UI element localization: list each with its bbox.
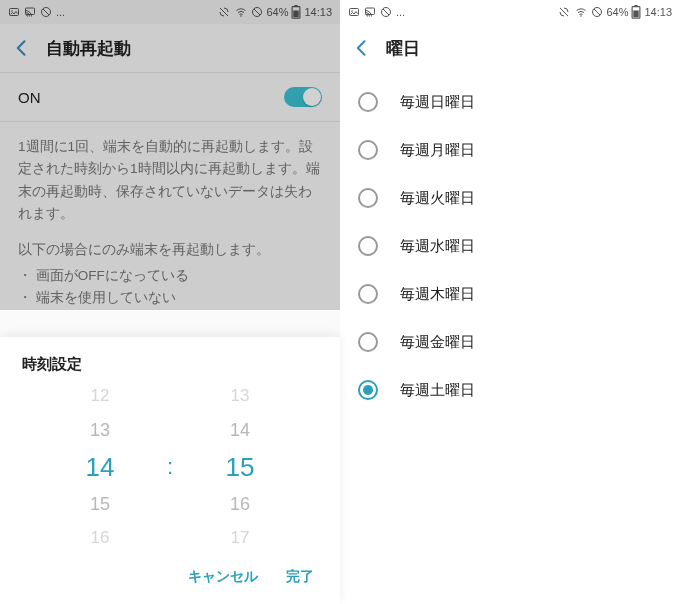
weekday-option-tuesday[interactable]: 毎週火曜日 xyxy=(340,174,680,222)
weekday-option-wednesday[interactable]: 毎週水曜日 xyxy=(340,222,680,270)
toggle-label: ON xyxy=(18,89,41,106)
description-text: 1週間に1回、端末を自動的に再起動します。設定された時刻から1時間以内に再起動し… xyxy=(0,122,340,229)
data-block-icon xyxy=(591,6,603,18)
svg-line-4 xyxy=(43,9,49,15)
weekday-label: 毎週月曜日 xyxy=(400,141,475,160)
toggle-switch[interactable] xyxy=(284,87,322,107)
sheet-actions: キャンセル 完了 xyxy=(0,552,340,604)
hour-option[interactable]: 15 xyxy=(90,487,110,521)
hour-option[interactable]: 13 xyxy=(90,413,110,447)
time-picker-sheet: 時刻設定 12 13 14 15 16 : 13 14 15 16 17 キャン… xyxy=(0,337,340,604)
time-colon: : xyxy=(160,454,180,480)
battery-text: 64% xyxy=(606,6,628,18)
minute-option[interactable]: 13 xyxy=(231,382,250,413)
svg-rect-21 xyxy=(634,10,639,17)
cancel-button[interactable]: キャンセル xyxy=(188,568,258,586)
radio-icon xyxy=(358,284,378,304)
weekday-option-thursday[interactable]: 毎週木曜日 xyxy=(340,270,680,318)
weekday-label: 毎週日曜日 xyxy=(400,93,475,112)
wifi-icon xyxy=(234,6,248,18)
left-screen: ... 64% 14:13 自動再起動 ON 1週間に1回、端 xyxy=(0,0,340,604)
svg-line-7 xyxy=(254,9,260,15)
done-button[interactable]: 完了 xyxy=(286,568,314,586)
weekday-label: 毎週木曜日 xyxy=(400,285,475,304)
minute-option[interactable]: 16 xyxy=(230,487,250,521)
cast-icon xyxy=(364,6,376,18)
data-block-icon xyxy=(251,6,263,18)
hour-selected[interactable]: 14 xyxy=(86,447,115,487)
svg-point-16 xyxy=(581,15,583,17)
status-time: 14:13 xyxy=(304,6,332,18)
svg-rect-10 xyxy=(294,10,299,17)
block-icon xyxy=(380,6,392,18)
cast-icon xyxy=(24,6,36,18)
radio-icon xyxy=(358,236,378,256)
svg-line-18 xyxy=(594,9,600,15)
radio-icon-selected xyxy=(358,380,378,400)
radio-icon xyxy=(358,188,378,208)
vibrate-icon xyxy=(557,6,571,18)
back-icon[interactable] xyxy=(12,38,32,58)
svg-rect-20 xyxy=(635,5,638,7)
weekday-label: 毎週火曜日 xyxy=(400,189,475,208)
hour-column[interactable]: 12 13 14 15 16 xyxy=(50,382,150,552)
condition-list: 画面がOFFになっている 端末を使用していない xyxy=(0,261,340,316)
back-icon[interactable] xyxy=(352,38,372,58)
svg-line-15 xyxy=(383,9,389,15)
minute-option[interactable]: 17 xyxy=(231,521,250,552)
hour-option[interactable]: 12 xyxy=(91,382,110,413)
app-bar-left: 自動再起動 xyxy=(0,24,340,72)
condition-item: 画面がOFFになっている xyxy=(18,265,322,287)
status-bar-right: ... 64% 14:13 xyxy=(340,0,680,24)
app-bar-right: 曜日 xyxy=(340,24,680,72)
weekday-label: 毎週金曜日 xyxy=(400,333,475,352)
time-picker[interactable]: 12 13 14 15 16 : 13 14 15 16 17 xyxy=(0,382,340,552)
minute-column[interactable]: 13 14 15 16 17 xyxy=(190,382,290,552)
minute-selected[interactable]: 15 xyxy=(226,447,255,487)
status-time: 14:13 xyxy=(644,6,672,18)
image-icon xyxy=(8,6,20,18)
battery-text: 64% xyxy=(266,6,288,18)
battery-icon xyxy=(291,5,301,19)
minute-option[interactable]: 14 xyxy=(230,413,250,447)
svg-point-5 xyxy=(241,15,243,17)
svg-rect-9 xyxy=(295,5,298,7)
svg-point-12 xyxy=(351,10,353,12)
block-icon xyxy=(40,6,52,18)
page-title-left: 自動再起動 xyxy=(46,37,131,60)
weekday-option-saturday[interactable]: 毎週土曜日 xyxy=(340,366,680,414)
auto-restart-toggle-row[interactable]: ON xyxy=(0,72,340,122)
hour-option[interactable]: 16 xyxy=(91,521,110,552)
right-screen: ... 64% 14:13 曜日 毎週日曜日 xyxy=(340,0,680,604)
wifi-icon xyxy=(574,6,588,18)
description-text-2: 以下の場合にのみ端末を再起動します。 xyxy=(0,229,340,261)
radio-icon xyxy=(358,140,378,160)
page-title-right: 曜日 xyxy=(386,37,420,60)
radio-icon xyxy=(358,92,378,112)
weekday-label: 毎週水曜日 xyxy=(400,237,475,256)
image-icon xyxy=(348,6,360,18)
weekday-option-monday[interactable]: 毎週月曜日 xyxy=(340,126,680,174)
svg-rect-2 xyxy=(26,8,35,15)
weekday-radio-list: 毎週日曜日 毎週月曜日 毎週火曜日 毎週水曜日 毎週木曜日 毎週金曜日 毎週土曜… xyxy=(340,72,680,414)
status-bar-left: ... 64% 14:13 xyxy=(0,0,340,24)
status-ellipsis: ... xyxy=(396,6,405,18)
weekday-option-friday[interactable]: 毎週金曜日 xyxy=(340,318,680,366)
battery-icon xyxy=(631,5,641,19)
radio-icon xyxy=(358,332,378,352)
weekday-label: 毎週土曜日 xyxy=(400,381,475,400)
weekday-option-sunday[interactable]: 毎週日曜日 xyxy=(340,78,680,126)
svg-rect-13 xyxy=(366,8,375,15)
condition-item: 端末を使用していない xyxy=(18,287,322,309)
status-ellipsis: ... xyxy=(56,6,65,18)
svg-point-1 xyxy=(11,10,13,12)
sheet-title: 時刻設定 xyxy=(0,355,340,382)
vibrate-icon xyxy=(217,6,231,18)
